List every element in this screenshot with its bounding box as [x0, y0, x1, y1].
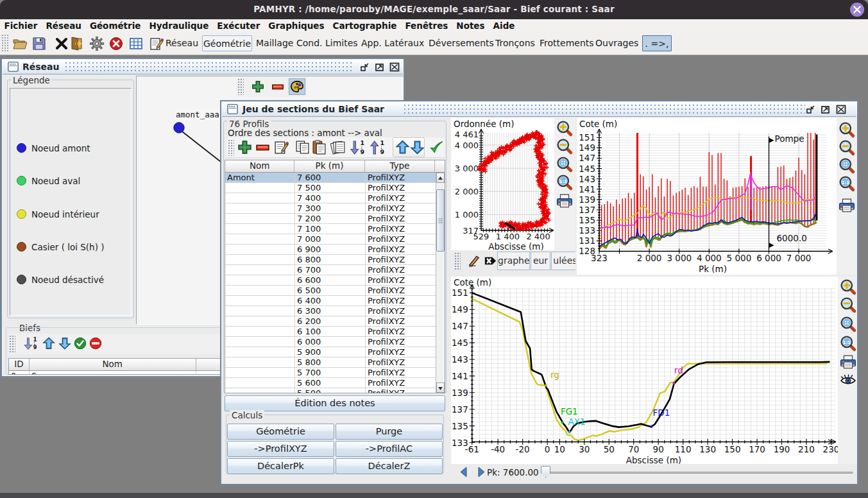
profil-row[interactable]: 6 200ProfilXYZ: [225, 316, 436, 327]
zoom-1-1-icon[interactable]: 1:1: [556, 174, 573, 191]
plus-icon[interactable]: [237, 139, 253, 155]
zoom-1-1-icon[interactable]: 1:1: [840, 335, 856, 352]
zoom-out-icon[interactable]: [838, 139, 855, 156]
menu-graphiques[interactable]: Graphiques: [264, 19, 328, 32]
menu-geometrie[interactable]: Géométrie: [85, 19, 145, 32]
biefs-col-nom[interactable]: Nom: [30, 359, 196, 370]
printer-icon[interactable]: [840, 354, 856, 370]
profil-row[interactable]: Amont7 600ProfilXYZ: [225, 173, 436, 183]
plan-plot-pane[interactable]: 4 4614 0003 0002 0001 0003175291 4002 40…: [451, 118, 575, 272]
save-icon[interactable]: [31, 36, 47, 51]
reseau-titlebar[interactable]: Réseau: [3, 60, 403, 74]
toolbar-button-maillage[interactable]: Maillage: [256, 35, 293, 51]
toolbar-button-reseau[interactable]: Réseau: [166, 35, 198, 51]
printer-icon[interactable]: [838, 197, 855, 214]
profil-row[interactable]: 5 500ProfilXYZ: [225, 388, 436, 393]
zoom-fit-icon[interactable]: [556, 156, 573, 173]
menu-cartographie[interactable]: Cartographie: [328, 19, 401, 32]
menu-executer[interactable]: Exécuter: [213, 19, 264, 32]
x-arrow-icon[interactable]: [483, 253, 498, 269]
notes-button[interactable]: Édition des notes: [225, 395, 445, 411]
toolbar-button-ouvrages[interactable]: Ouvrages: [595, 35, 638, 51]
edit-notepad-icon[interactable]: [149, 36, 164, 51]
scrollbar-thumb[interactable]: [436, 189, 445, 252]
maximize-icon[interactable]: [374, 62, 386, 73]
pages-icon[interactable]: [330, 139, 346, 155]
stop-icon[interactable]: [108, 36, 124, 51]
profil-row[interactable]: 6 800ProfilXYZ: [225, 255, 436, 265]
toolbar-button-deversements[interactable]: Déversements: [429, 35, 494, 51]
profil-row[interactable]: 6 900ProfilXYZ: [225, 245, 436, 255]
profil-row[interactable]: 6 400ProfilXYZ: [225, 296, 436, 306]
close-window-icon[interactable]: [389, 62, 400, 73]
profil-row[interactable]: 7 400ProfilXYZ: [225, 193, 436, 203]
plan-tab-graphe[interactable]: graphe: [497, 252, 530, 270]
dialog-titlebar[interactable]: Jeu de sections du Bief Saar: [222, 102, 856, 117]
profil-row[interactable]: 5 900ProfilXYZ: [225, 347, 436, 357]
scroll-up-icon[interactable]: [436, 173, 445, 183]
grid-icon[interactable]: [128, 36, 144, 51]
calc-button-->profilxyz[interactable]: ->ProfilXYZ: [227, 441, 334, 457]
close-icon[interactable]: [850, 3, 864, 17]
menu-aide[interactable]: Aide: [489, 19, 519, 32]
calc-button-decalerz[interactable]: DécalerZ: [336, 458, 443, 474]
exit-door-icon[interactable]: [69, 36, 85, 51]
profil-row[interactable]: 6 600ProfilXYZ: [225, 275, 436, 286]
zoom-in-icon[interactable]: [838, 121, 855, 138]
toolbar-button-cond.limites[interactable]: Cond. Limites: [296, 35, 358, 51]
long-profile-pane[interactable]: Pompe6000.013113313513713914114314514714…: [577, 118, 857, 275]
profil-row[interactable]: 7 300ProfilXYZ: [225, 203, 436, 214]
edit-notepad-icon[interactable]: [273, 139, 289, 155]
pk-slider-thumb[interactable]: [541, 466, 550, 478]
minimize-icon[interactable]: [805, 104, 817, 115]
menu-notes[interactable]: Notes: [452, 19, 489, 32]
plan-plot[interactable]: 4 4614 0003 0002 0001 0003175291 4002 40…: [451, 118, 554, 272]
check-circle-icon[interactable]: [73, 336, 87, 350]
calc-button-geometrie[interactable]: Géométrie: [227, 424, 334, 440]
arrow-down-icon[interactable]: [409, 139, 425, 155]
biefs-toolbar-handle[interactable]: [9, 335, 15, 352]
profil-row[interactable]: 7 200ProfilXYZ: [225, 214, 436, 224]
long-profile-plot[interactable]: Pompe6000.013113313513713914114314514714…: [577, 118, 837, 275]
paste-icon[interactable]: [311, 139, 327, 155]
biefs-col-id[interactable]: ID: [9, 359, 30, 370]
zoom-fit-icon[interactable]: [840, 316, 856, 332]
zoom-1-1-icon[interactable]: 1:1: [838, 175, 855, 192]
zoom-out-icon[interactable]: [556, 138, 573, 155]
minus-icon[interactable]: [255, 139, 271, 155]
menu-fenetres[interactable]: Fenêtres: [401, 19, 452, 32]
zoom-in-icon[interactable]: [840, 279, 856, 295]
plan-tab-eur[interactable]: eur: [531, 252, 550, 270]
profils-toolbar-handle[interactable]: [228, 139, 234, 156]
close-x-icon[interactable]: [54, 36, 69, 51]
scroll-down-icon[interactable]: [436, 382, 445, 393]
arrow-up-icon[interactable]: [395, 139, 411, 155]
col-type[interactable]: Type: [365, 160, 435, 172]
profil-row[interactable]: 6 700ProfilXYZ: [225, 265, 436, 275]
profil-row[interactable]: 7 500ProfilXYZ: [225, 183, 436, 193]
profil-row[interactable]: 7 100ProfilXYZ: [225, 224, 436, 234]
menu-fichier[interactable]: Fichier: [0, 19, 42, 32]
profils-table[interactable]: Nom Pk (m) Type Amont7 600ProfilXYZ7 500…: [225, 160, 445, 393]
profil-row[interactable]: 6 500ProfilXYZ: [225, 286, 436, 296]
profils-scrollbar[interactable]: [436, 173, 445, 393]
printer-icon[interactable]: [556, 193, 573, 209]
pencil-icon[interactable]: [466, 253, 482, 269]
profil-row[interactable]: 5 600ProfilXYZ: [225, 378, 436, 388]
nav-right-icon[interactable]: [475, 465, 488, 479]
cross-section-plot[interactable]: rgFG1AX1FD1rd133135137139141143145147149…: [451, 277, 838, 464]
copy-icon[interactable]: [294, 139, 311, 155]
toolbar-button-.=>,[interactable]: . =>,: [642, 35, 672, 51]
zoom-out-icon[interactable]: [840, 296, 856, 313]
sort-asc-icon[interactable]: 19: [370, 139, 386, 155]
col-nom[interactable]: Nom: [225, 160, 294, 172]
gear-icon[interactable]: [89, 36, 105, 51]
profil-row[interactable]: 6 000ProfilXYZ: [225, 337, 436, 347]
eye-icon[interactable]: [840, 372, 856, 388]
open-folder-icon[interactable]: [12, 36, 28, 51]
pk-slider[interactable]: [543, 472, 853, 474]
sort-desc-gray-icon[interactable]: 19: [24, 336, 38, 350]
zoom-in-icon[interactable]: [556, 120, 573, 137]
profil-row[interactable]: 5 700ProfilXYZ: [225, 368, 436, 378]
calc-button-purge[interactable]: Purge: [336, 424, 443, 440]
